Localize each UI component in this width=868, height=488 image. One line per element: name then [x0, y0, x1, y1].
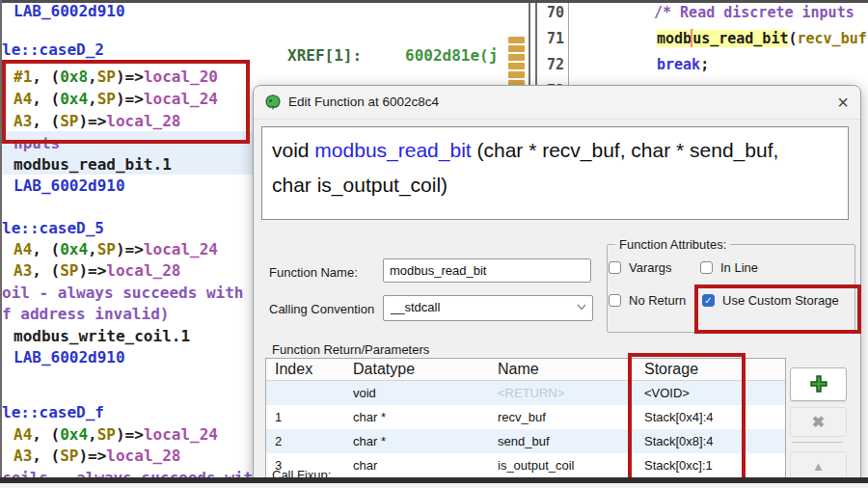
table-row[interactable]: 1char *recv_bufStack[0x4]:4 — [266, 405, 785, 429]
checkbox-unchecked-icon[interactable] — [700, 261, 713, 274]
decompiler-code: modbus_read_bit(recv_buf — [657, 26, 867, 52]
column-header-index[interactable]: Index — [275, 359, 312, 380]
checkbox-label: No Return — [629, 293, 686, 308]
table-cell: char * — [353, 429, 386, 453]
listing-token-plain: , ( — [32, 261, 60, 280]
listing-token-var: local_28 — [106, 112, 180, 130]
code-token: ( — [788, 30, 797, 47]
listing-token-label: le::caseD_f — [2, 403, 104, 421]
dialog-titlebar[interactable]: Edit Function at 6002c8c4 × — [254, 86, 860, 120]
table-cell: Stack[0x8]:4 — [644, 429, 714, 453]
decompiler-code: break; — [657, 52, 709, 78]
listing-token-plain: modbus_read_bit.1 — [14, 155, 172, 174]
listing-token-var: local_24 — [144, 90, 218, 108]
checkbox-unchecked-icon[interactable] — [609, 261, 621, 274]
listing-line[interactable]: f address invalid) — [2, 305, 169, 324]
column-header-storage[interactable]: Storage — [644, 359, 698, 380]
chevron-down-icon — [577, 304, 586, 311]
decompiler-line[interactable]: 70/* Read discrete inputs — [537, 0, 868, 26]
listing-line[interactable]: A4, (0x4,SP)=>local_24 — [14, 240, 218, 259]
listing-token-hex: 0x4 — [60, 425, 88, 444]
listing-line[interactable]: le::caseD_2 — [2, 41, 104, 60]
listing-token-plain: )=> — [116, 425, 144, 444]
ghidra-screenshot: LAB_6002d910le::caseD_2#1, (0x8,SP)=>loc… — [0, 0, 868, 488]
xref-address[interactable]: 6002d81e(j — [405, 46, 498, 66]
listing-line[interactable]: A4, (0x4,SP)=>local_24 — [14, 425, 218, 445]
close-icon[interactable]: × — [837, 86, 849, 119]
listing-token-plain: , — [88, 240, 97, 258]
listing-token-plain: , ( — [32, 240, 60, 258]
calling-convention-select[interactable]: __stdcall — [383, 295, 593, 321]
listing-token-comment: f address invalid) — [2, 305, 169, 323]
parameters-table-header: IndexDatatypeNameStorage — [266, 359, 785, 381]
listing-token-reg: A3 — [14, 112, 32, 130]
listing-line[interactable]: nputs — [14, 134, 60, 153]
listing-line[interactable]: coils - always succeeds wit — [2, 469, 253, 488]
listing-token-label: le::caseD_5 — [2, 219, 104, 237]
table-cell: send_buf — [498, 429, 550, 453]
listing-line[interactable]: modbus_write_coil.1 — [14, 327, 190, 346]
listing-line[interactable]: modbus_read_bit.1 — [14, 155, 172, 175]
column-header-datatype[interactable]: Datatype — [353, 359, 415, 380]
table-cell: Stack[0xc]:1 — [644, 453, 713, 477]
table-row[interactable]: void<RETURN><VOID> — [266, 381, 785, 405]
signature-args-line1: (char * recv_buf, char * send_buf, — [472, 139, 779, 161]
function-signature: void modbus_read_bit (char * recv_buf, c… — [261, 126, 849, 220]
signature-args-line2: char is_output_coil) — [272, 174, 448, 196]
listing-token-reg: A4 — [14, 425, 32, 444]
table-cell: char * — [353, 405, 386, 429]
decompiler-line[interactable]: 72break; — [537, 52, 868, 78]
listing-token-plain: )=> — [78, 112, 106, 130]
listing-token-plain: )=> — [116, 68, 144, 86]
arrow-up-icon: ▲ — [812, 459, 825, 474]
signature-return-type: void — [272, 139, 314, 161]
listing-token-reg: SP — [97, 425, 116, 444]
listing-token-plain: , ( — [32, 90, 60, 108]
listing-line[interactable]: oil - always succeeds with e — [2, 284, 262, 303]
line-number: 72 — [537, 52, 564, 78]
table-cell: is_output_coil — [498, 453, 575, 477]
listing-token-plain: , ( — [32, 112, 60, 130]
delete-parameter-button[interactable]: ✖ — [790, 407, 847, 437]
listing-line[interactable]: LAB_6002d910 — [14, 176, 125, 196]
add-parameter-button[interactable] — [790, 367, 847, 401]
xref-label: XREF[1]: — [287, 46, 362, 66]
listing-token-hex: 0x8 — [60, 68, 88, 86]
line-number: 71 — [537, 26, 564, 52]
checkbox-unchecked-icon[interactable] — [609, 294, 621, 307]
listing-token-plain: , ( — [32, 447, 60, 465]
move-up-button[interactable]: ▲ — [790, 451, 847, 482]
table-cell: 1 — [275, 405, 282, 429]
function-name-input[interactable] — [383, 258, 591, 283]
listing-token-reg: SP — [60, 447, 78, 465]
listing-line[interactable]: LAB_6002d910 — [14, 348, 125, 367]
checkbox-checked-icon[interactable]: ✓ — [702, 294, 715, 307]
dialog-title: Edit Function at 6002c8c4 — [288, 86, 439, 119]
edit-function-dialog: Edit Function at 6002c8c4 × void modbus_… — [253, 85, 861, 488]
listing-line[interactable]: A3, (SP)=>local_28 — [14, 261, 180, 281]
function-name-label: Function Name: — [269, 265, 358, 280]
listing-token-reg: #1 — [14, 68, 32, 86]
listing-line[interactable]: le::caseD_f — [2, 403, 104, 422]
highlighted-token: modb — [657, 30, 692, 47]
listing-line[interactable]: LAB_6002d910 — [14, 2, 125, 21]
table-row[interactable]: 2char *send_bufStack[0x8]:4 — [266, 429, 785, 453]
listing-token-reg: A4 — [14, 90, 32, 108]
table-cell: recv_buf — [498, 405, 546, 429]
code-token: /* Read discrete inputs — [654, 4, 854, 21]
listing-token-reg: SP — [97, 240, 116, 258]
listing-line[interactable]: A4, (0x4,SP)=>local_24 — [14, 90, 218, 109]
listing-line[interactable]: A3, (SP)=>local_28 — [14, 447, 180, 466]
listing-token-plain: )=> — [116, 240, 144, 258]
table-row[interactable]: 3charis_output_coilStack[0xc]:1 — [266, 453, 785, 477]
listing-token-reg: SP — [97, 90, 116, 108]
decompiler-line[interactable]: 71modbus_read_bit(recv_buf — [537, 26, 868, 52]
listing-line[interactable]: le::caseD_5 — [2, 219, 104, 238]
listing-token-comment: coils - always succeeds wit — [2, 469, 253, 487]
listing-line[interactable]: A3, (SP)=>local_28 — [14, 112, 180, 131]
code-token: recv_buf — [798, 30, 867, 47]
listing-line[interactable]: #1, (0x8,SP)=>local_20 — [14, 68, 218, 87]
signature-function-name: modbus_read_bit — [314, 139, 471, 161]
listing-token-var: local_24 — [144, 240, 218, 258]
column-header-name[interactable]: Name — [498, 359, 539, 380]
